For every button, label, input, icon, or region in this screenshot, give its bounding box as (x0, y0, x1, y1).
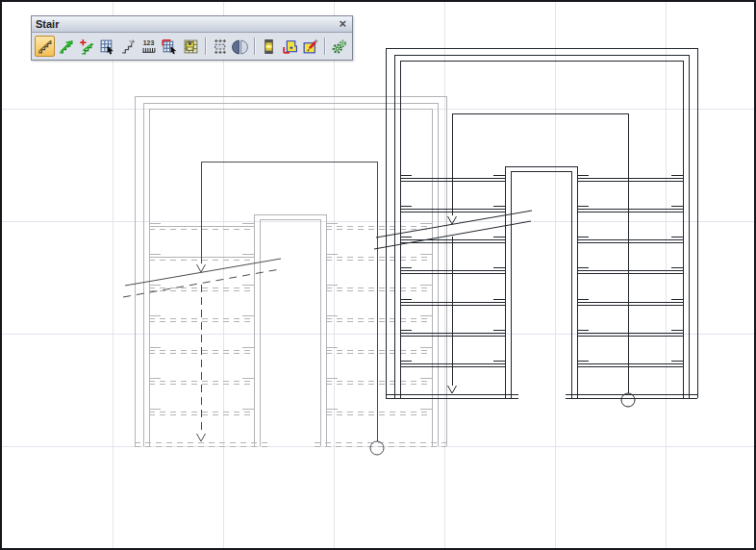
stair-extents-button[interactable] (210, 36, 230, 57)
stair-corner-button[interactable] (280, 36, 300, 57)
toolbar-titlebar[interactable]: Stair × (32, 16, 352, 33)
stair-adjust-button[interactable] (118, 36, 139, 57)
stair-add-button[interactable] (76, 36, 96, 57)
stair-mirror-icon (232, 38, 248, 55)
stair-top-edit-button[interactable] (160, 36, 180, 57)
stair-pick-icon (99, 38, 115, 55)
stair-corner-icon (282, 38, 298, 55)
stair-toolbar: Stair × (31, 15, 353, 61)
stair-ascend-icon (58, 38, 74, 55)
tread-numbering-icon: 123 (140, 38, 157, 55)
numbering-text: 123 (143, 38, 155, 45)
app-window: Stair × (0, 0, 756, 550)
stair-top-edit-icon (162, 38, 178, 55)
tread-numbering-button[interactable]: 123 (139, 36, 160, 57)
ghost-stair-upper-storey[interactable] (123, 96, 446, 455)
drawing-canvas[interactable] (2, 2, 756, 550)
stair-adjust-icon (120, 38, 137, 55)
stair-column-button[interactable] (259, 36, 279, 57)
stair-add-icon (78, 38, 94, 55)
toolbar-separator (205, 38, 206, 55)
toolbar-buttons: 123 (32, 33, 352, 60)
walking-line-start-circle (621, 393, 635, 407)
stair-edit-icon (302, 38, 318, 55)
stair-ascend-button[interactable] (56, 36, 76, 57)
toolbar-separator (324, 38, 325, 55)
walking-line-start-circle (370, 441, 384, 455)
stair-column-icon (261, 38, 277, 55)
toolbar-separator (254, 38, 255, 55)
stair-settings-icon (331, 38, 347, 55)
close-icon[interactable]: × (337, 18, 348, 30)
stair-draw-icon (37, 38, 53, 55)
drawing-grid (2, 2, 756, 550)
stair-draw-button[interactable] (35, 36, 55, 57)
stair-mirror-button[interactable] (230, 36, 250, 57)
stair-pick-button[interactable] (97, 36, 117, 57)
stair-settings-button[interactable] (329, 36, 349, 57)
stair-save-button[interactable] (181, 36, 201, 57)
stair-edit-button[interactable] (301, 36, 321, 57)
stair-save-icon (183, 38, 199, 55)
toolbar-title: Stair (36, 18, 337, 30)
stair-extents-icon (212, 38, 228, 55)
